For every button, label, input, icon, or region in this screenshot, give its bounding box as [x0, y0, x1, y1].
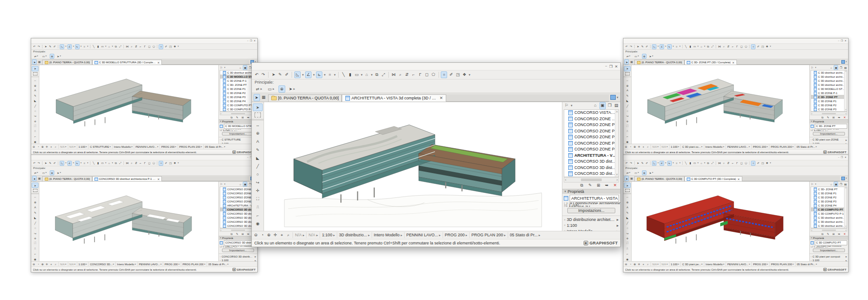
layout-book-icon[interactable]: ❒	[839, 66, 843, 70]
fit-view-icon[interactable]: ⌖	[642, 145, 645, 149]
quick-option-dropdown[interactable]: 3D distribuzio... ▸	[337, 232, 372, 239]
zone-dropdown[interactable]: ▭ ▸	[41, 54, 48, 59]
move-icon[interactable]: ⧉	[114, 45, 118, 49]
zoom-tool-icon[interactable]: ⌕	[722, 45, 726, 49]
pointer-tool-button[interactable]: ➤	[32, 59, 37, 65]
layers-grid-icon[interactable]: ⌗	[751, 161, 755, 166]
quick-option-dropdown[interactable]: CONCORSO 3D... ▸	[88, 262, 115, 266]
magnifier-icon[interactable]: ⌕	[646, 262, 650, 266]
magnifier-icon[interactable]: ⌕	[646, 145, 650, 149]
label-tool[interactable]: ✎	[32, 94, 38, 98]
line-tool-icon[interactable]: ╲	[684, 45, 688, 49]
align-icon[interactable]: ⇵	[134, 45, 138, 49]
restore-icon[interactable]: ❐	[841, 39, 843, 42]
zoom-out-icon[interactable]: ⊖	[32, 145, 36, 149]
3d-window-icon[interactable]: ◳	[455, 72, 461, 78]
quick-option-dropdown[interactable]: 1:100 ▸	[320, 232, 336, 239]
view-list-item[interactable]: CONCORSO 3D distribu.	[564, 164, 618, 171]
toolbox-section-label[interactable]	[31, 77, 39, 77]
zone-dropdown[interactable]: ▭ ▸	[633, 54, 641, 59]
line-tool[interactable]: ╱	[624, 220, 630, 225]
view-name-field[interactable]: C 3D COMPUTO PT	[815, 240, 847, 245]
circle-tool[interactable]: ○	[624, 109, 630, 113]
trim-icon[interactable]: ⌐	[139, 45, 142, 49]
project-map-icon[interactable]: ⌂	[238, 182, 242, 186]
3d-window-icon[interactable]: ◳	[169, 45, 172, 49]
view-settings-icon[interactable]: ✎	[235, 115, 239, 119]
toolbox-section-label[interactable]	[252, 120, 264, 121]
arrow-dropdown[interactable]: ➤ ▸	[648, 170, 655, 175]
save-view-icon[interactable]: ➥	[837, 115, 841, 119]
quick-layout-icon[interactable]: ▦	[630, 177, 633, 181]
spline-tool[interactable]: ↪	[624, 231, 630, 235]
view-list-item[interactable]: C 3D distribuz architetton	[811, 79, 847, 83]
pen-icon[interactable]: ✐	[53, 45, 57, 49]
fill-tool[interactable]: ◣	[624, 98, 630, 103]
window-type-row[interactable]: ◳ Finestra 3D	[810, 247, 848, 248]
close-icon[interactable]: ✕	[844, 156, 847, 159]
inject-parameters-icon[interactable]: ✎	[48, 45, 52, 49]
project-map-icon[interactable]: ⌂	[829, 182, 833, 186]
view-list-item[interactable]: C 3D MODELLO STRUTTU	[811, 87, 847, 91]
line-tool[interactable]: ╱	[32, 104, 38, 108]
tab-3d-view[interactable]: ARCHITETTURA - VISTA 3d completa (3D / C…	[342, 94, 446, 102]
minimize-icon[interactable]: ⎯	[838, 156, 840, 159]
snap-guides-icon[interactable]: ∠	[67, 44, 72, 49]
view-map-icon[interactable]: ▣	[834, 65, 838, 70]
section-tool[interactable]: ⎍	[32, 247, 38, 251]
section-tool[interactable]: ⎍	[624, 129, 630, 133]
home-icon[interactable]: ⬠	[431, 72, 436, 78]
magnifier-icon[interactable]: ⌕	[286, 232, 291, 239]
dimension-tool[interactable]: ↔	[32, 195, 38, 199]
spline-tool[interactable]: ↪	[32, 231, 38, 235]
settings-button[interactable]: Impostazioni...	[222, 132, 254, 136]
view-settings-icon[interactable]: ✎	[235, 232, 239, 236]
view-list-item[interactable]: CONCORSO 3D distribu	[220, 216, 256, 220]
project-map-icon[interactable]: ⌂	[238, 66, 242, 70]
quick-option-dropdown[interactable]: 1:100 ▸	[77, 145, 88, 149]
roof-tool-icon[interactable]: ⌂	[699, 161, 703, 165]
view-list-item[interactable]: C 3D- ZONE PT	[811, 95, 847, 99]
arrow-dropdown[interactable]: ➤ ▸	[56, 170, 62, 175]
line-tool-icon[interactable]: ╲	[92, 45, 95, 49]
roof-tool-icon[interactable]: ⌂	[364, 72, 369, 78]
orbit-button[interactable]: ⊕	[642, 54, 647, 59]
zone-dropdown[interactable]: ▭ ▸	[633, 170, 641, 175]
hotspot-tool[interactable]: ✛	[32, 119, 38, 123]
roof-tool-icon[interactable]: ⌂	[699, 45, 703, 49]
adjust-icon[interactable]: Γ	[143, 45, 146, 49]
line-tool[interactable]: ╱	[624, 104, 630, 108]
arrow-tool[interactable]: ➤	[624, 66, 631, 71]
quick-option-dropdown[interactable]: 05 Stato di Pr... ▸	[203, 145, 226, 149]
view-list-item[interactable]: C 3D ZONE P4	[220, 99, 256, 103]
move-icon[interactable]: ⧉	[374, 72, 379, 78]
restore-icon[interactable]: ❐	[609, 64, 613, 69]
view-list-item[interactable]: C 3D ZONE P3	[811, 107, 847, 111]
circle-tool[interactable]: ○	[624, 226, 630, 230]
tab-3d-view[interactable]: C 3D COMPUTO PT (3D / Completa) ✕	[684, 176, 742, 181]
view-list-item[interactable]: CONCORSO ZONE P-1	[564, 116, 618, 122]
camera-icon[interactable]: ❖	[765, 45, 769, 49]
quick-option-dropdown[interactable]: N/A ▸	[306, 232, 320, 239]
inject-parameters-icon[interactable]: ✎	[641, 45, 644, 49]
pick-up-parameters-icon[interactable]: ➤	[636, 45, 640, 49]
view-map-icon[interactable]: ▣	[243, 65, 247, 70]
magnifier-icon[interactable]: ⌕	[54, 145, 57, 149]
roof-tool-icon[interactable]: ⌂	[107, 161, 111, 165]
clone-folder-icon[interactable]: ⧉	[821, 115, 824, 119]
marker-dropdown[interactable]: ⇌ ▸	[625, 170, 632, 175]
stretch-icon[interactable]: ⤢	[711, 161, 714, 165]
line-tool-icon[interactable]: ╲	[684, 161, 688, 165]
circle-tool[interactable]: ○	[253, 171, 262, 178]
view-list-item[interactable]: C 3D COMPUTO P-1	[811, 211, 847, 216]
redo-icon[interactable]: ↷	[37, 161, 41, 165]
horizontal-scrollbar[interactable]: ‹›	[564, 177, 619, 183]
inject-parameters-icon[interactable]: ✎	[277, 72, 283, 78]
layers-grid-icon[interactable]: ⌗	[441, 71, 447, 79]
view-list-item[interactable]: C 3D distribuz architetton	[811, 220, 847, 224]
quick-option-dropdown[interactable]: N/A ▸	[660, 262, 669, 266]
settings-button[interactable]: Impostazioni...	[813, 132, 845, 136]
3d-viewport[interactable]	[264, 102, 562, 231]
fit-view-icon[interactable]: ⌖	[279, 232, 284, 239]
horizontal-scrollbar[interactable]: ‹›	[811, 112, 848, 115]
